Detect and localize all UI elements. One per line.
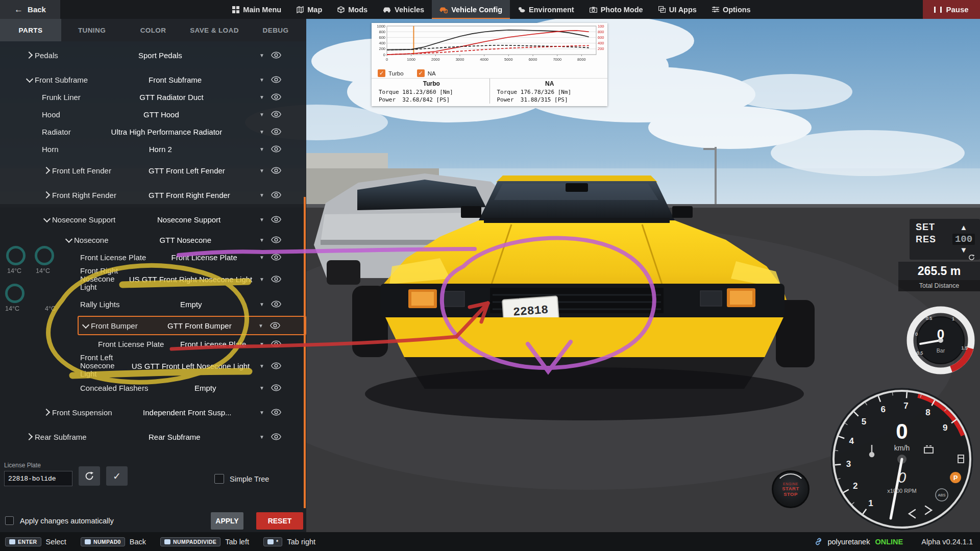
part-selected-value[interactable]: Front License Plate <box>149 253 255 262</box>
visibility-toggle-icon[interactable] <box>268 433 284 440</box>
pause-button[interactable]: Pause <box>923 0 980 19</box>
part-selected-value[interactable]: Nosecone Support <box>118 215 255 224</box>
part-selected-value[interactable]: Empty <box>123 300 255 309</box>
visibility-toggle-icon[interactable] <box>268 216 284 223</box>
dropdown-caret[interactable]: ▼ <box>255 341 268 347</box>
dropdown-caret[interactable]: ▼ <box>254 323 267 329</box>
part-selected-value[interactable]: Front Subframe <box>91 76 255 84</box>
tab-color[interactable]: COLOR <box>122 19 184 41</box>
visibility-toggle-icon[interactable] <box>268 384 284 391</box>
visibility-toggle-icon[interactable] <box>267 322 283 329</box>
cruise-increase-button[interactable]: ▲ <box>952 223 975 232</box>
regenerate-plate-button[interactable] <box>79 466 100 486</box>
part-row-front-bumper[interactable]: Front BumperGTT Front Bumper▼ <box>78 316 306 335</box>
expand-chevron[interactable] <box>24 53 35 58</box>
part-selected-value[interactable]: GTT Hood <box>63 110 255 119</box>
visibility-toggle-icon[interactable] <box>268 300 284 308</box>
visibility-toggle-icon[interactable] <box>268 191 284 198</box>
collapse-chevron[interactable] <box>64 238 74 242</box>
part-selected-value[interactable]: US GTT Front Left Nosecone Light <box>122 362 255 370</box>
part-selected-value[interactable]: Ultra High Performance Radiator <box>74 128 255 136</box>
visibility-toggle-icon[interactable] <box>268 254 284 261</box>
part-row-radiator[interactable]: RadiatorUltra High Performance Radiator▼ <box>0 123 306 140</box>
visibility-toggle-icon[interactable] <box>268 362 284 369</box>
part-selected-value[interactable]: Horn 2 <box>62 145 255 154</box>
scrollbar[interactable] <box>304 197 306 508</box>
menu-environment[interactable]: Environment <box>510 0 582 19</box>
tab-save-load[interactable]: SAVE & LOAD <box>184 19 245 41</box>
part-selected-value[interactable]: Sport Pedals <box>61 51 255 60</box>
dropdown-caret[interactable]: ▼ <box>255 192 268 198</box>
collapse-chevron[interactable] <box>24 78 35 82</box>
engine-start-stop-button[interactable]: ENGINE START STOP <box>772 470 810 508</box>
dropdown-caret[interactable]: ▼ <box>255 53 268 58</box>
part-row-nosecone-support[interactable]: Nosecone SupportNosecone Support▼ <box>0 211 306 228</box>
tab-debug[interactable]: DEBUG <box>245 19 306 41</box>
visibility-toggle-icon[interactable] <box>268 128 284 135</box>
part-row-front-license-plate[interactable]: Front License PlateFront License Plate▼ <box>0 335 306 353</box>
menu-ui-apps[interactable]: UI Apps <box>651 0 704 19</box>
collapse-chevron[interactable] <box>81 324 91 328</box>
menu-mods[interactable]: Mods <box>330 0 375 19</box>
dropdown-caret[interactable]: ▼ <box>255 77 268 83</box>
visibility-toggle-icon[interactable] <box>268 340 284 347</box>
part-row-horn[interactable]: HornHorn 2▼ <box>0 140 306 158</box>
dropdown-caret[interactable]: ▼ <box>255 112 268 117</box>
visibility-toggle-icon[interactable] <box>268 276 284 283</box>
part-selected-value[interactable]: GTT Front Bumper <box>141 321 254 330</box>
part-selected-value[interactable]: GTT Front Left Fender <box>114 166 255 175</box>
dropdown-caret[interactable]: ▼ <box>255 302 268 307</box>
expand-chevron[interactable] <box>42 410 52 415</box>
dropdown-caret[interactable]: ▼ <box>255 385 268 391</box>
collapse-chevron[interactable] <box>42 218 52 221</box>
part-row-pedals[interactable]: PedalsSport Pedals▼ <box>0 46 306 64</box>
tab-tuning[interactable]: TUNING <box>61 19 122 41</box>
dropdown-caret[interactable]: ▼ <box>255 129 268 135</box>
tab-parts[interactable]: PARTS <box>0 19 61 41</box>
menu-main-menu[interactable]: Main Menu <box>225 0 289 19</box>
part-selected-value[interactable]: Independent Front Susp... <box>115 408 255 417</box>
dropdown-caret[interactable]: ▼ <box>255 168 268 173</box>
cruise-decrease-button[interactable]: ▼ <box>952 246 975 254</box>
dropdown-caret[interactable]: ▼ <box>255 277 268 282</box>
checkbox-checked[interactable]: ✓ <box>378 69 385 77</box>
menu-vehicles[interactable]: Vehicles <box>375 0 432 19</box>
visibility-toggle-icon[interactable] <box>268 145 284 153</box>
part-row-concealed-flashers[interactable]: Concealed FlashersEmpty▼ <box>0 379 306 396</box>
apply-plate-button[interactable]: ✓ <box>106 466 128 486</box>
apply-auto-checkbox[interactable] <box>5 516 14 525</box>
part-selected-value[interactable]: US GTT Front Right Nosecone Light <box>122 275 255 284</box>
visibility-toggle-icon[interactable] <box>268 52 284 59</box>
dropdown-caret[interactable]: ▼ <box>255 94 268 100</box>
visibility-toggle-icon[interactable] <box>268 76 284 83</box>
part-selected-value[interactable]: Front License Plate <box>167 340 255 348</box>
part-selected-value[interactable]: GTT Nosecone <box>112 236 255 244</box>
dropdown-caret[interactable]: ▼ <box>255 146 268 152</box>
menu-options[interactable]: Options <box>704 0 758 19</box>
part-row-rear-subframe[interactable]: Rear SubframeRear Subframe▼ <box>0 428 306 445</box>
visibility-toggle-icon[interactable] <box>268 111 284 118</box>
part-selected-value[interactable]: GTT Radiator Duct <box>84 93 255 102</box>
part-row-front-right-fender[interactable]: Front Right FenderGTT Front Right Fender… <box>0 186 306 204</box>
part-row-front-subframe[interactable]: Front SubframeFront Subframe▼ <box>0 71 306 88</box>
dropdown-caret[interactable]: ▼ <box>255 410 268 415</box>
part-row-front-left-fender[interactable]: Front Left FenderGTT Front Left Fender▼ <box>0 162 306 179</box>
visibility-toggle-icon[interactable] <box>268 236 284 243</box>
dropdown-caret[interactable]: ▼ <box>255 217 268 222</box>
visibility-toggle-icon[interactable] <box>268 167 284 174</box>
expand-chevron[interactable] <box>24 434 35 439</box>
dropdown-caret[interactable]: ▼ <box>255 363 268 369</box>
part-selected-value[interactable]: Rear Subframe <box>90 433 255 441</box>
part-row-front-left-nosecone-light[interactable]: Front Left Nosecone LightUS GTT Front Le… <box>0 353 306 379</box>
dropdown-caret[interactable]: ▼ <box>255 255 268 260</box>
reset-button[interactable]: RESET <box>256 512 303 530</box>
apply-button[interactable]: APPLY <box>211 512 243 530</box>
menu-vehicle-config[interactable]: Vehicle Config <box>432 0 510 19</box>
dropdown-caret[interactable]: ▼ <box>255 237 268 243</box>
part-row-frunk-liner[interactable]: Frunk LinerGTT Radiator Duct▼ <box>0 88 306 106</box>
menu-photo-mode[interactable]: Photo Mode <box>582 0 651 19</box>
part-selected-value[interactable]: GTT Front Right Fender <box>119 191 255 199</box>
visibility-toggle-icon[interactable] <box>268 93 284 101</box>
dropdown-caret[interactable]: ▼ <box>255 434 268 440</box>
expand-chevron[interactable] <box>42 192 52 197</box>
